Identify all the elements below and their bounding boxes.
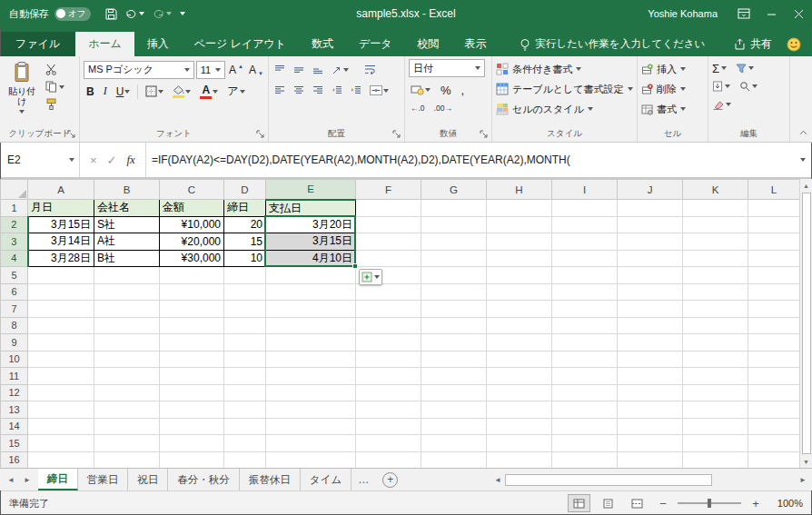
cell-I13[interactable] bbox=[552, 401, 618, 419]
cell-I12[interactable] bbox=[552, 384, 618, 401]
increase-font-size-button[interactable]: A▲ bbox=[227, 63, 245, 77]
cell-C11[interactable] bbox=[160, 368, 224, 385]
decrease-font-size-button[interactable]: A▼ bbox=[247, 63, 265, 77]
row-header-13[interactable]: 13 bbox=[1, 401, 28, 419]
cell-F7[interactable] bbox=[356, 301, 421, 318]
column-header-E[interactable]: E bbox=[266, 180, 356, 200]
clear-button[interactable] bbox=[712, 100, 731, 110]
dialog-launcher-icon[interactable] bbox=[392, 130, 401, 139]
cell-D2[interactable]: 20 bbox=[224, 216, 266, 233]
cell-C5[interactable] bbox=[160, 267, 224, 284]
bold-button[interactable]: B bbox=[84, 84, 96, 99]
new-sheet-button[interactable]: + bbox=[382, 472, 398, 488]
decrease-indent-button[interactable] bbox=[330, 84, 344, 96]
cell-H15[interactable] bbox=[487, 435, 552, 452]
cell-G10[interactable] bbox=[421, 351, 487, 368]
column-header-J[interactable]: J bbox=[618, 180, 683, 200]
collapse-ribbon-button[interactable] bbox=[799, 125, 807, 138]
cell-J12[interactable] bbox=[618, 384, 683, 401]
cell-D7[interactable] bbox=[224, 301, 266, 318]
sheet-tab-締日[interactable]: 締日 bbox=[38, 469, 78, 490]
column-header-G[interactable]: G bbox=[421, 180, 487, 200]
scroll-down-arrow-icon[interactable]: ▼ bbox=[800, 455, 812, 468]
normal-view-button[interactable] bbox=[568, 494, 590, 512]
decrease-decimal-button[interactable]: .00→ bbox=[432, 103, 454, 114]
cell-E14[interactable] bbox=[266, 418, 356, 435]
cell-H4[interactable] bbox=[487, 250, 552, 267]
cell-L4[interactable] bbox=[748, 250, 800, 267]
redo-button[interactable] bbox=[153, 9, 172, 19]
cell-K9[interactable] bbox=[683, 334, 748, 352]
cell-A9[interactable] bbox=[28, 334, 94, 352]
italic-button[interactable]: I bbox=[102, 84, 109, 99]
fill-color-button[interactable] bbox=[171, 84, 193, 99]
cell-L1[interactable] bbox=[748, 200, 800, 217]
cell-C13[interactable] bbox=[160, 401, 224, 419]
cell-A1[interactable]: 月日 bbox=[28, 200, 94, 217]
cell-G3[interactable] bbox=[421, 233, 487, 251]
cell-E12[interactable] bbox=[266, 384, 356, 401]
tell-me-box[interactable]: 実行したい作業を入力してください bbox=[520, 32, 706, 56]
cell-G9[interactable] bbox=[421, 334, 487, 352]
zoom-slider[interactable] bbox=[678, 502, 741, 504]
feedback-smiley-icon[interactable] bbox=[787, 37, 801, 52]
cell-D12[interactable] bbox=[224, 384, 266, 401]
cell-I8[interactable] bbox=[552, 317, 618, 334]
horizontal-scrollbar[interactable]: ◄ ► bbox=[490, 472, 810, 488]
cell-G13[interactable] bbox=[421, 401, 487, 419]
cell-A6[interactable] bbox=[28, 283, 94, 301]
cell-J6[interactable] bbox=[618, 283, 683, 301]
cell-J11[interactable] bbox=[618, 368, 683, 385]
row-header-8[interactable]: 8 bbox=[1, 317, 28, 334]
vertical-scroll-thumb[interactable] bbox=[802, 193, 811, 454]
ribbon-tab-表示[interactable]: 表示 bbox=[452, 32, 500, 56]
autosave-toggle[interactable]: オフ bbox=[54, 7, 91, 21]
cell-D14[interactable] bbox=[224, 418, 266, 435]
user-name[interactable]: Yoshie Kohama bbox=[648, 8, 718, 19]
cell-F14[interactable] bbox=[356, 418, 421, 435]
ribbon-tab-データ[interactable]: データ bbox=[346, 32, 405, 56]
cell-C7[interactable] bbox=[160, 301, 224, 318]
zoom-level[interactable]: 100% bbox=[770, 498, 803, 509]
cell-L9[interactable] bbox=[748, 334, 800, 352]
minimize-button[interactable] bbox=[758, 0, 785, 27]
cell-K11[interactable] bbox=[683, 368, 748, 385]
cell-K3[interactable] bbox=[683, 233, 748, 251]
row-header-4[interactable]: 4 bbox=[1, 250, 28, 267]
cell-A15[interactable] bbox=[28, 435, 94, 452]
cell-B5[interactable] bbox=[94, 267, 160, 284]
cell-H8[interactable] bbox=[487, 317, 552, 334]
cell-I7[interactable] bbox=[552, 301, 618, 318]
cell-G1[interactable] bbox=[421, 200, 487, 217]
cell-E15[interactable] bbox=[266, 435, 356, 452]
align-middle-button[interactable] bbox=[292, 64, 306, 75]
enter-button[interactable]: ✓ bbox=[107, 154, 117, 167]
cell-F15[interactable] bbox=[356, 435, 421, 452]
zoom-out-button[interactable]: − bbox=[655, 497, 671, 510]
cell-D5[interactable] bbox=[224, 267, 266, 284]
cell-D9[interactable] bbox=[224, 334, 266, 352]
increase-indent-button[interactable] bbox=[349, 84, 363, 96]
cell-G7[interactable] bbox=[421, 301, 487, 318]
cell-J14[interactable] bbox=[618, 418, 683, 435]
cell-I14[interactable] bbox=[552, 418, 618, 435]
undo-button[interactable] bbox=[125, 9, 144, 19]
cell-L8[interactable] bbox=[748, 317, 800, 334]
cell-A2[interactable]: 3月15日 bbox=[28, 216, 94, 233]
find-select-button[interactable] bbox=[739, 81, 758, 92]
cell-I1[interactable] bbox=[552, 200, 618, 217]
column-header-C[interactable]: C bbox=[160, 180, 224, 200]
cell-J9[interactable] bbox=[618, 334, 683, 352]
row-header-6[interactable]: 6 bbox=[1, 283, 28, 301]
row-header-16[interactable]: 16 bbox=[1, 451, 28, 468]
cell-E6[interactable] bbox=[266, 283, 356, 301]
row-header-2[interactable]: 2 bbox=[1, 216, 28, 233]
cell-J1[interactable] bbox=[618, 200, 683, 217]
cell-H14[interactable] bbox=[487, 418, 552, 435]
cell-G12[interactable] bbox=[421, 384, 487, 401]
cell-H13[interactable] bbox=[487, 401, 552, 419]
cell-J3[interactable] bbox=[618, 233, 683, 251]
ribbon-tab-ページ レイアウト[interactable]: ページ レイアウト bbox=[182, 32, 299, 56]
cell-A14[interactable] bbox=[28, 418, 94, 435]
cell-K8[interactable] bbox=[683, 317, 748, 334]
